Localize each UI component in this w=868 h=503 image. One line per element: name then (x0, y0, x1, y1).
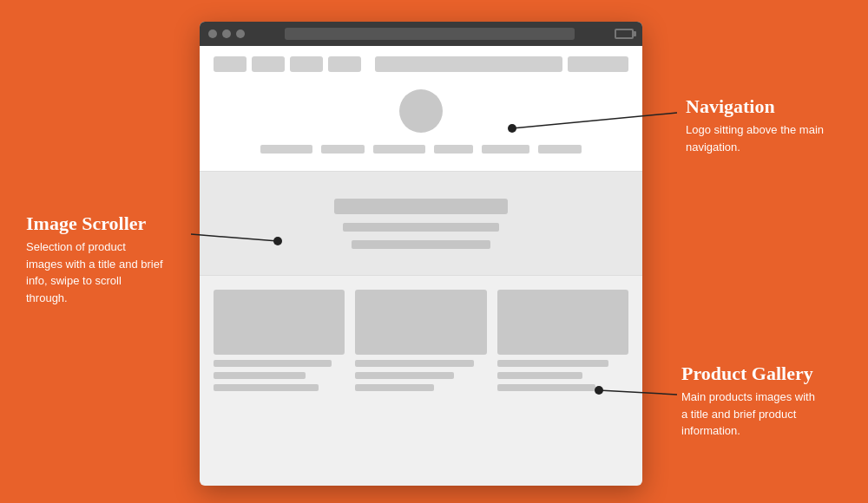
gallery-text-2c (355, 384, 434, 391)
gallery-desc: Main products images with a title and br… (681, 389, 820, 440)
gallery-item-3 (497, 290, 628, 391)
gallery-dot (595, 386, 603, 395)
browser-window (200, 22, 642, 486)
gallery-text-3a (497, 360, 609, 367)
gallery-text-2a (355, 360, 473, 367)
navigation-desc: Logo sitting above the main navigation. (686, 121, 825, 155)
browser-battery-icon (615, 29, 634, 39)
nav-logo-area (214, 81, 628, 160)
gallery-text-3b (497, 372, 582, 379)
gallery-text-2b (355, 372, 453, 379)
nav-menu-item-4 (434, 145, 473, 154)
nav-tab-1 (214, 56, 247, 72)
scroller-title-bar (334, 199, 508, 214)
scroller-desc: Selection of product images with a title… (26, 238, 165, 306)
browser-btn-1 (208, 29, 217, 38)
gallery-text-3c (497, 384, 595, 391)
nav-tab-4 (328, 56, 361, 72)
gallery-text-1c (214, 384, 319, 391)
browser-btn-2 (222, 29, 231, 38)
gallery-text-1b (214, 372, 306, 379)
gallery-grid (214, 290, 628, 391)
navigation-annotation: Navigation Logo sitting above the main n… (686, 95, 825, 155)
nav-menu-item-2 (321, 145, 365, 154)
scroller-text-line-1 (343, 223, 499, 232)
nav-menu-item-3 (373, 145, 425, 154)
nav-section (200, 46, 642, 172)
nav-logo-circle (399, 89, 443, 133)
nav-tab-2 (252, 56, 285, 72)
nav-menu-item-5 (482, 145, 529, 154)
scroller-section (200, 172, 642, 276)
gallery-image-2 (355, 290, 486, 355)
gallery-title: Product Gallery (681, 363, 820, 385)
gallery-item-1 (214, 290, 345, 391)
nav-menu-item-1 (260, 145, 312, 154)
gallery-annotation: Product Gallery Main products images wit… (681, 363, 820, 440)
nav-tab-3 (290, 56, 323, 72)
scroller-annotation: Image Scroller Selection of product imag… (26, 212, 165, 306)
browser-btn-3 (236, 29, 245, 38)
browser-addressbar (285, 28, 575, 40)
gallery-section (200, 276, 642, 414)
nav-action-btn (568, 56, 628, 72)
gallery-image-3 (497, 290, 628, 355)
scroller-title: Image Scroller (26, 212, 165, 235)
scroller-dot (273, 237, 282, 245)
gallery-item-2 (355, 290, 486, 391)
nav-menu-bar (214, 145, 628, 154)
gallery-text-1a (214, 360, 332, 367)
nav-searchbar (375, 56, 562, 72)
navigation-title: Navigation (686, 95, 825, 118)
scroller-text-line-2 (352, 240, 490, 249)
nav-top-bar (214, 56, 628, 72)
browser-chrome (200, 22, 642, 46)
gallery-image-1 (214, 290, 345, 355)
nav-menu-item-6 (538, 145, 582, 154)
navigation-dot (508, 124, 516, 133)
